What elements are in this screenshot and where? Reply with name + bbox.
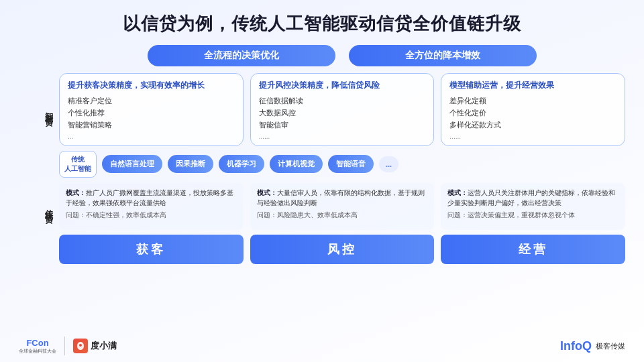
main-container: 以信贷为例，传统人工智能驱动信贷全价值链升级 全流程的决策优化 全方位的降本增效… <box>0 0 644 362</box>
smart-card-2: 提升风控决策精度，降低信贷风险 征信数据解读 大数据风控 智能信审 ...... <box>250 73 435 146</box>
smart-card-3-title: 模型辅助运营，提升经营效果 <box>449 80 616 90</box>
trad-ai-label: 传统人工智能 <box>59 151 97 178</box>
traditional-credit-label: 传统信贷 <box>43 202 54 210</box>
trad-card-1: 模式：推广人员广撒网覆盖主流流量渠道，投放策略多基于经验，效果强依赖平台流量供给… <box>59 183 244 230</box>
ai-pill-ml: 机器学习 <box>219 155 264 173</box>
smart-card-2-dots: ...... <box>259 133 426 140</box>
smart-card-3-item-2: 个性化定价 <box>449 107 616 119</box>
duxiaoman-text: 度小满 <box>91 340 117 352</box>
trad-card-1-problem: 问题：不确定性强，效率低成本高 <box>66 210 237 220</box>
traditional-ai-bar: 传统人工智能 自然语言处理 因果推断 机器学习 计算机视觉 智能语音 ... <box>19 151 625 178</box>
smart-card-1-item-1: 精准客户定位 <box>68 95 235 107</box>
trad-card-3-problem: 问题：运营决策偏主观，重视群体忽视个体 <box>447 210 619 220</box>
smart-card-3-item-1: 差异化定额 <box>449 95 616 107</box>
ai-pill-more: ... <box>379 156 398 172</box>
smart-card-1-item-2: 个性化推荐 <box>68 107 235 119</box>
pill-header-right: 全方位的降本增效 <box>349 45 537 66</box>
bottom-btn-manage: 经营 <box>441 235 625 264</box>
smart-credit-label: 智能信贷 <box>43 105 54 113</box>
smart-card-2-item-1: 征信数据解读 <box>259 95 426 107</box>
smart-card-2-title: 提升风控决策精度，降低信贷风险 <box>259 80 426 90</box>
infoq-sub: 极客传媒 <box>596 341 625 351</box>
footer: FCon 全球金融科技大会 度小满 InfoQ 极客传媒 <box>0 337 644 355</box>
infoq-text: InfoQ <box>560 339 592 353</box>
duxiaoman-logo: 度小满 <box>73 339 117 353</box>
smart-card-1: 提升获客决策精度，实现有效率的增长 精准客户定位 个性化推荐 智能营销策略 ..… <box>59 73 244 146</box>
ai-pill-nlp: 自然语言处理 <box>102 155 162 173</box>
ai-pill-voice: 智能语音 <box>328 155 374 173</box>
trad-card-3-mode-text: 运营人员只关注群体用户的关键指标，依靠经验和少量实验判断用户偏好，做出经营决策 <box>447 189 615 206</box>
footer-left: FCon 全球金融科技大会 度小满 <box>19 337 117 355</box>
ai-pill-cv: 计算机视觉 <box>270 155 323 173</box>
trad-card-2-mode: 模式：大量信审人员，依靠有限的结构化数据，基于规则与经验做出风险判断 <box>257 188 428 208</box>
trad-cards: 模式：推广人员广撒网覆盖主流流量渠道，投放策略多基于经验，效果强依赖平台流量供给… <box>59 183 625 230</box>
trad-card-1-mode-text: 推广人员广撒网覆盖主流流量渠道，投放策略多基于经验，效果强依赖平台流量供给 <box>66 189 233 206</box>
ai-pill-causal: 因果推断 <box>168 155 213 173</box>
bottom-btn-risk: 风控 <box>250 235 435 264</box>
fcon-logo: FCon 全球金融科技大会 <box>19 338 56 355</box>
trad-card-1-mode: 模式：推广人员广撒网覆盖主流流量渠道，投放策略多基于经验，效果强依赖平台流量供给 <box>66 188 237 208</box>
trad-card-2-problem: 问题：风险隐患大、效率低成本高 <box>257 210 428 220</box>
fcon-sub: 全球金融科技大会 <box>19 348 56 355</box>
trad-card-2-mode-text: 大量信审人员，依靠有限的结构化数据，基于规则与经验做出风险判断 <box>257 189 425 206</box>
page-title: 以信贷为例，传统人工智能驱动信贷全价值链升级 <box>19 12 625 36</box>
trad-card-3-problem-text: 运营决策偏主观，重视群体忽视个体 <box>468 211 575 219</box>
trad-card-2: 模式：大量信审人员，依靠有限的结构化数据，基于规则与经验做出风险判断 问题：风险… <box>250 183 435 230</box>
smart-card-1-dots: ... <box>68 133 235 140</box>
fcon-title: FCon <box>26 338 48 348</box>
smart-card-3-dots: ...... <box>449 133 616 140</box>
duxiaoman-icon <box>73 339 88 353</box>
trad-card-3: 模式：运营人员只关注群体用户的关键指标，依靠经验和少量实验判断用户偏好，做出经营… <box>441 183 625 230</box>
svg-point-0 <box>79 344 82 347</box>
smart-card-3-item-3: 多样化还款方式 <box>449 119 616 131</box>
trad-card-1-problem-text: 不确定性强，效率低成本高 <box>86 211 166 219</box>
trad-card-3-mode: 模式：运营人员只关注群体用户的关键指标，依靠经验和少量实验判断用户偏好，做出经营… <box>447 188 619 208</box>
pill-header-left: 全流程的决策优化 <box>148 45 335 66</box>
trad-card-2-problem-text: 风险隐患大、效率低成本高 <box>277 211 358 219</box>
top-headers: 全流程的决策优化 全方位的降本增效 <box>19 45 625 66</box>
smart-card-2-item-2: 大数据风控 <box>259 107 426 119</box>
bottom-buttons: 获客 风控 经营 <box>19 235 625 264</box>
smart-card-1-item-3: 智能营销策略 <box>68 119 235 131</box>
infoq-logo: InfoQ 极客传媒 <box>560 339 625 353</box>
smart-cards: 提升获客决策精度，实现有效率的增长 精准客户定位 个性化推荐 智能营销策略 ..… <box>59 73 625 146</box>
smart-card-2-item-3: 智能信审 <box>259 119 426 131</box>
smart-card-1-title: 提升获客决策精度，实现有效率的增长 <box>68 80 235 90</box>
smart-card-3: 模型辅助运营，提升经营效果 差异化定额 个性化定价 多样化还款方式 ...... <box>441 73 625 146</box>
bottom-btn-acquire: 获客 <box>59 235 244 264</box>
